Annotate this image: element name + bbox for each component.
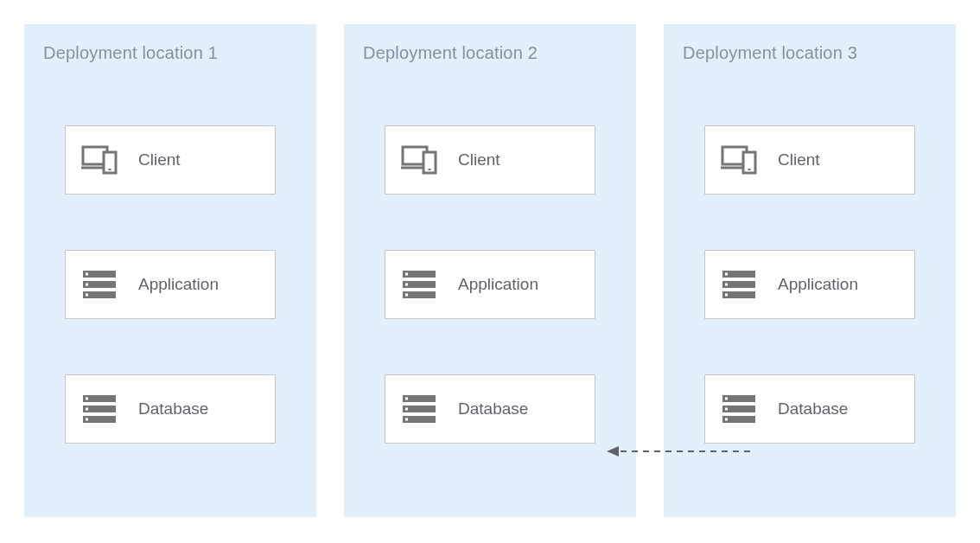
node-database: Database — [385, 374, 595, 444]
diagram-canvas: Deployment location 1 Client — [0, 0, 980, 543]
svg-rect-30 — [405, 284, 408, 286]
node-label: Client — [778, 150, 820, 169]
server-icon — [721, 266, 757, 303]
svg-rect-18 — [86, 408, 88, 411]
node-label: Client — [458, 150, 500, 169]
svg-rect-10 — [86, 284, 88, 286]
devices-icon — [721, 142, 757, 178]
svg-rect-38 — [405, 408, 408, 411]
node-application: Application — [65, 250, 276, 319]
svg-rect-23 — [429, 169, 431, 170]
node-label: Client — [138, 150, 181, 169]
svg-rect-9 — [86, 273, 88, 276]
node-client: Client — [65, 125, 276, 195]
svg-rect-39 — [405, 418, 408, 421]
server-icon — [721, 391, 757, 427]
arrow-down-icon — [169, 195, 171, 250]
svg-rect-17 — [86, 398, 88, 400]
region-title: Deployment location 1 — [43, 43, 218, 63]
server-icon — [81, 391, 118, 427]
node-database: Database — [65, 374, 276, 444]
svg-rect-57 — [725, 398, 728, 400]
devices-icon — [401, 142, 437, 178]
node-application: Application — [704, 250, 915, 319]
node-label: Database — [138, 399, 208, 418]
server-icon — [81, 266, 118, 303]
svg-rect-58 — [725, 408, 728, 411]
svg-rect-59 — [725, 418, 728, 421]
svg-rect-51 — [725, 294, 728, 297]
arrow-down-icon — [489, 195, 491, 250]
svg-rect-43 — [748, 169, 751, 170]
node-label: Application — [458, 275, 538, 294]
svg-rect-3 — [109, 169, 111, 170]
arrow-down-icon — [169, 319, 171, 374]
svg-rect-31 — [405, 294, 408, 297]
node-client: Client — [385, 125, 595, 195]
region-loc2: Deployment location 2 Client — [344, 24, 636, 517]
arrow-down-icon — [809, 195, 811, 250]
dashed-arrow-left-icon — [605, 443, 752, 460]
node-application: Application — [385, 250, 595, 319]
node-label: Application — [778, 275, 858, 294]
node-database: Database — [704, 374, 915, 444]
server-icon — [401, 266, 437, 303]
node-label: Database — [778, 399, 848, 418]
node-label: Database — [458, 399, 528, 418]
region-title: Deployment location 3 — [683, 43, 857, 63]
node-label: Application — [138, 275, 219, 294]
region-title: Deployment location 2 — [363, 43, 538, 63]
svg-rect-29 — [405, 273, 408, 276]
arrow-down-icon — [809, 319, 811, 374]
devices-icon — [81, 142, 118, 178]
region-loc1: Deployment location 1 Client — [24, 24, 316, 517]
svg-rect-19 — [86, 418, 88, 421]
arrow-down-icon — [489, 319, 491, 374]
svg-rect-11 — [86, 294, 88, 297]
svg-rect-49 — [725, 273, 728, 276]
svg-marker-61 — [607, 446, 619, 457]
svg-rect-37 — [405, 398, 408, 400]
server-icon — [401, 391, 437, 427]
node-client: Client — [704, 125, 915, 195]
svg-rect-50 — [725, 284, 728, 286]
